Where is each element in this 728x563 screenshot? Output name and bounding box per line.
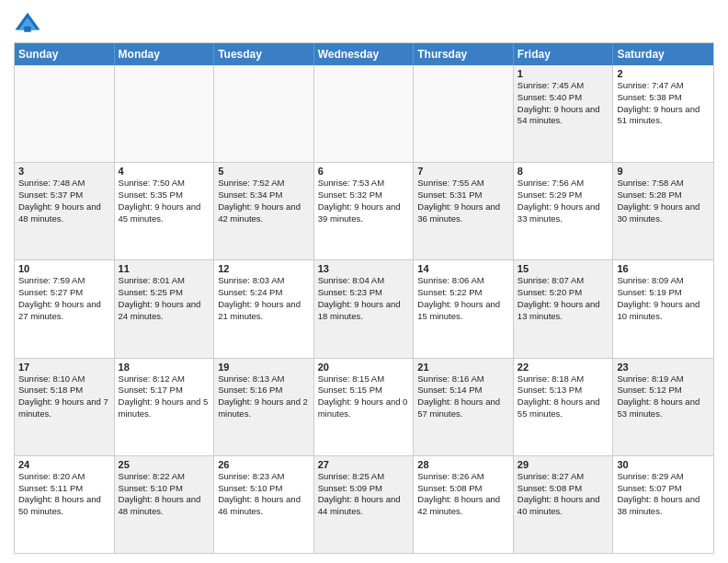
day-info: Sunrise: 8:01 AM Sunset: 5:25 PM Dayligh… xyxy=(119,275,210,322)
day-info: Sunrise: 8:12 AM Sunset: 5:17 PM Dayligh… xyxy=(119,373,210,420)
calendar-row: 24Sunrise: 8:20 AM Sunset: 5:11 PM Dayli… xyxy=(15,456,713,553)
logo xyxy=(14,9,45,37)
day-number: 2 xyxy=(617,68,710,79)
calendar-row: 3Sunrise: 7:48 AM Sunset: 5:37 PM Daylig… xyxy=(15,163,713,260)
calendar-cell xyxy=(15,65,115,162)
calendar-cell: 26Sunrise: 8:23 AM Sunset: 5:10 PM Dayli… xyxy=(214,456,314,553)
day-info: Sunrise: 8:29 AM Sunset: 5:07 PM Dayligh… xyxy=(617,471,710,518)
calendar-cell: 4Sunrise: 7:50 AM Sunset: 5:35 PM Daylig… xyxy=(115,163,215,259)
day-info: Sunrise: 8:13 AM Sunset: 5:16 PM Dayligh… xyxy=(218,373,310,420)
day-number: 4 xyxy=(119,166,210,177)
calendar-cell: 19Sunrise: 8:13 AM Sunset: 5:16 PM Dayli… xyxy=(214,359,314,455)
calendar-row: 10Sunrise: 7:59 AM Sunset: 5:27 PM Dayli… xyxy=(15,260,713,358)
day-info: Sunrise: 7:47 AM Sunset: 5:38 PM Dayligh… xyxy=(617,80,710,127)
day-info: Sunrise: 8:23 AM Sunset: 5:10 PM Dayligh… xyxy=(218,471,310,518)
day-number: 23 xyxy=(617,362,710,373)
day-info: Sunrise: 8:04 AM Sunset: 5:23 PM Dayligh… xyxy=(318,275,410,322)
calendar-cell: 28Sunrise: 8:26 AM Sunset: 5:08 PM Dayli… xyxy=(414,456,514,553)
day-number: 5 xyxy=(218,166,310,177)
day-info: Sunrise: 8:22 AM Sunset: 5:10 PM Dayligh… xyxy=(119,471,210,518)
day-info: Sunrise: 8:18 AM Sunset: 5:13 PM Dayligh… xyxy=(518,373,609,420)
calendar-cell: 9Sunrise: 7:58 AM Sunset: 5:28 PM Daylig… xyxy=(613,163,713,259)
calendar-cell xyxy=(414,65,514,162)
calendar-cell: 25Sunrise: 8:22 AM Sunset: 5:10 PM Dayli… xyxy=(115,456,215,553)
day-number: 26 xyxy=(218,459,310,470)
day-number: 24 xyxy=(18,459,110,470)
calendar-cell: 16Sunrise: 8:09 AM Sunset: 5:19 PM Dayli… xyxy=(613,260,713,357)
day-info: Sunrise: 8:26 AM Sunset: 5:08 PM Dayligh… xyxy=(417,471,509,518)
day-number: 18 xyxy=(119,362,210,373)
day-info: Sunrise: 7:48 AM Sunset: 5:37 PM Dayligh… xyxy=(18,178,110,224)
day-number: 13 xyxy=(318,263,410,274)
calendar-cell: 14Sunrise: 8:06 AM Sunset: 5:22 PM Dayli… xyxy=(414,260,514,357)
day-number: 10 xyxy=(18,263,110,274)
cal-header-cell: Saturday xyxy=(613,43,713,65)
day-info: Sunrise: 8:07 AM Sunset: 5:20 PM Dayligh… xyxy=(518,275,609,322)
logo-icon xyxy=(14,9,41,37)
calendar-cell: 8Sunrise: 7:56 AM Sunset: 5:29 PM Daylig… xyxy=(514,163,614,259)
calendar-cell: 29Sunrise: 8:27 AM Sunset: 5:08 PM Dayli… xyxy=(514,456,614,553)
day-info: Sunrise: 7:53 AM Sunset: 5:32 PM Dayligh… xyxy=(318,178,410,224)
day-info: Sunrise: 8:20 AM Sunset: 5:11 PM Dayligh… xyxy=(18,471,110,518)
calendar: SundayMondayTuesdayWednesdayThursdayFrid… xyxy=(14,42,714,554)
page: SundayMondayTuesdayWednesdayThursdayFrid… xyxy=(0,0,728,563)
day-number: 8 xyxy=(518,166,609,177)
calendar-cell xyxy=(115,65,215,162)
calendar-row: 17Sunrise: 8:10 AM Sunset: 5:18 PM Dayli… xyxy=(15,359,713,456)
calendar-cell: 11Sunrise: 8:01 AM Sunset: 5:25 PM Dayli… xyxy=(115,260,215,357)
cal-header-cell: Thursday xyxy=(414,43,514,65)
day-info: Sunrise: 8:27 AM Sunset: 5:08 PM Dayligh… xyxy=(518,471,609,518)
calendar-cell: 21Sunrise: 8:16 AM Sunset: 5:14 PM Dayli… xyxy=(414,359,514,455)
day-number: 7 xyxy=(417,166,509,177)
day-info: Sunrise: 7:55 AM Sunset: 5:31 PM Dayligh… xyxy=(417,178,509,224)
day-number: 16 xyxy=(617,263,710,274)
day-number: 17 xyxy=(18,362,110,373)
day-number: 30 xyxy=(617,459,710,470)
day-number: 22 xyxy=(518,362,609,373)
calendar-cell: 12Sunrise: 8:03 AM Sunset: 5:24 PM Dayli… xyxy=(214,260,314,357)
day-info: Sunrise: 7:50 AM Sunset: 5:35 PM Dayligh… xyxy=(119,178,210,224)
day-number: 15 xyxy=(518,263,609,274)
day-number: 19 xyxy=(218,362,310,373)
day-number: 3 xyxy=(18,166,110,177)
day-info: Sunrise: 8:03 AM Sunset: 5:24 PM Dayligh… xyxy=(218,275,310,322)
day-number: 28 xyxy=(417,459,509,470)
calendar-cell xyxy=(214,65,314,162)
day-info: Sunrise: 7:58 AM Sunset: 5:28 PM Dayligh… xyxy=(617,178,710,224)
cal-header-cell: Friday xyxy=(514,43,614,65)
day-number: 11 xyxy=(119,263,210,274)
day-number: 25 xyxy=(119,459,210,470)
cal-header-cell: Monday xyxy=(115,43,215,65)
calendar-cell: 23Sunrise: 8:19 AM Sunset: 5:12 PM Dayli… xyxy=(613,359,713,455)
calendar-row: 1Sunrise: 7:45 AM Sunset: 5:40 PM Daylig… xyxy=(15,65,713,163)
calendar-cell: 22Sunrise: 8:18 AM Sunset: 5:13 PM Dayli… xyxy=(514,359,614,455)
day-info: Sunrise: 8:25 AM Sunset: 5:09 PM Dayligh… xyxy=(318,471,410,518)
day-number: 6 xyxy=(318,166,410,177)
day-number: 9 xyxy=(617,166,710,177)
calendar-header: SundayMondayTuesdayWednesdayThursdayFrid… xyxy=(15,43,713,65)
cal-header-cell: Wednesday xyxy=(314,43,415,65)
calendar-cell: 6Sunrise: 7:53 AM Sunset: 5:32 PM Daylig… xyxy=(314,163,415,259)
cal-header-cell: Sunday xyxy=(15,43,115,65)
calendar-cell: 15Sunrise: 8:07 AM Sunset: 5:20 PM Dayli… xyxy=(514,260,614,357)
cal-header-cell: Tuesday xyxy=(214,43,314,65)
calendar-cell xyxy=(314,65,415,162)
day-info: Sunrise: 7:56 AM Sunset: 5:29 PM Dayligh… xyxy=(518,178,609,224)
day-info: Sunrise: 7:59 AM Sunset: 5:27 PM Dayligh… xyxy=(18,275,110,322)
calendar-cell: 24Sunrise: 8:20 AM Sunset: 5:11 PM Dayli… xyxy=(15,456,115,553)
calendar-cell: 17Sunrise: 8:10 AM Sunset: 5:18 PM Dayli… xyxy=(15,359,115,455)
calendar-cell: 27Sunrise: 8:25 AM Sunset: 5:09 PM Dayli… xyxy=(314,456,415,553)
calendar-cell: 1Sunrise: 7:45 AM Sunset: 5:40 PM Daylig… xyxy=(514,65,614,162)
day-info: Sunrise: 8:16 AM Sunset: 5:14 PM Dayligh… xyxy=(417,373,509,420)
day-number: 12 xyxy=(218,263,310,274)
calendar-cell: 2Sunrise: 7:47 AM Sunset: 5:38 PM Daylig… xyxy=(613,65,713,162)
calendar-cell: 3Sunrise: 7:48 AM Sunset: 5:37 PM Daylig… xyxy=(15,163,115,259)
day-info: Sunrise: 8:15 AM Sunset: 5:15 PM Dayligh… xyxy=(318,373,410,420)
calendar-cell: 5Sunrise: 7:52 AM Sunset: 5:34 PM Daylig… xyxy=(214,163,314,259)
day-number: 27 xyxy=(318,459,410,470)
day-number: 1 xyxy=(518,68,609,79)
day-info: Sunrise: 7:52 AM Sunset: 5:34 PM Dayligh… xyxy=(218,178,310,224)
calendar-cell: 7Sunrise: 7:55 AM Sunset: 5:31 PM Daylig… xyxy=(414,163,514,259)
day-info: Sunrise: 8:06 AM Sunset: 5:22 PM Dayligh… xyxy=(417,275,509,322)
calendar-cell: 10Sunrise: 7:59 AM Sunset: 5:27 PM Dayli… xyxy=(15,260,115,357)
